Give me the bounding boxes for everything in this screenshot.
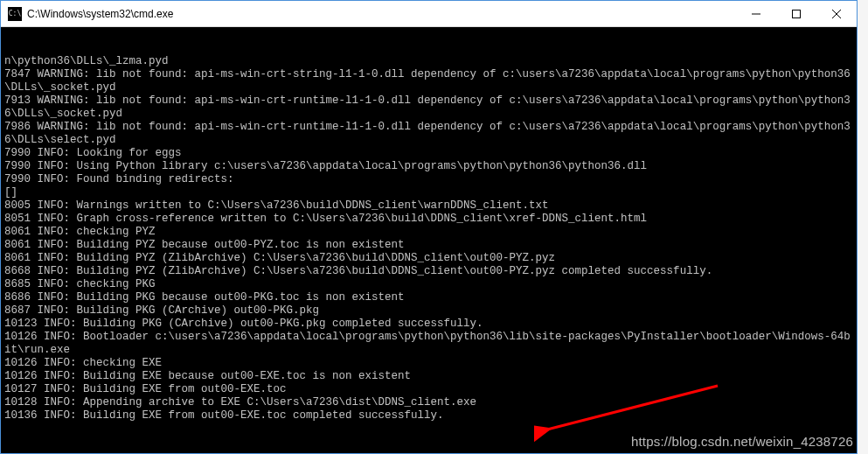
terminal-line: 10126 INFO: Building EXE because out00-E… [4, 370, 853, 383]
terminal-line: 10136 INFO: Building EXE from out00-EXE.… [4, 409, 853, 423]
titlebar[interactable]: C:\ C:\Windows\system32\cmd.exe [1, 1, 857, 27]
maximize-button[interactable] [776, 1, 816, 27]
watermark-text: https://blog.csdn.net/weixin_4238726 [631, 435, 853, 448]
terminal-line: 7990 INFO: Looking for eggs [4, 147, 853, 160]
terminal-line: 10128 INFO: Appending archive to EXE C:\… [4, 396, 853, 409]
close-button[interactable] [816, 1, 857, 27]
terminal-lines: n\python36\DLLs\_lzma.pyd7847 WARNING: l… [4, 55, 853, 436]
terminal-line [4, 423, 853, 436]
terminal-line: [] [4, 186, 853, 199]
terminal-line: 7913 WARNING: lib not found: api-ms-win-… [4, 94, 853, 121]
minimize-button[interactable] [736, 1, 776, 27]
terminal-line: 10126 INFO: checking EXE [4, 357, 853, 370]
terminal-line: 8061 INFO: Building PYZ (ZlibArchive) C:… [4, 252, 853, 265]
terminal-output[interactable]: n\python36\DLLs\_lzma.pyd7847 WARNING: l… [1, 27, 857, 453]
terminal-line: 8685 INFO: checking PKG [4, 278, 853, 291]
terminal-line: 8686 INFO: Building PKG because out00-PK… [4, 291, 853, 304]
cmd-icon: C:\ [8, 7, 22, 21]
terminal-line: 10126 INFO: Bootloader c:\users\a7236\ap… [4, 331, 853, 357]
terminal-line: 7847 WARNING: lib not found: api-ms-win-… [4, 68, 853, 94]
terminal-line: 8687 INFO: Building PKG (CArchive) out00… [4, 304, 853, 318]
terminal-line: 7990 INFO: Found binding redirects: [4, 173, 853, 186]
terminal-line: 7986 WARNING: lib not found: api-ms-win-… [4, 121, 853, 147]
external-sidebar-fragment [858, 0, 868, 454]
terminal-line: 10123 INFO: Building PKG (CArchive) out0… [4, 318, 853, 331]
terminal-line: 8061 INFO: checking PYZ [4, 226, 853, 239]
terminal-line: 8005 INFO: Warnings written to C:\Users\… [4, 199, 853, 213]
svg-rect-1 [793, 10, 801, 17]
window-title: C:\Windows\system32\cmd.exe [27, 8, 173, 20]
terminal-line: 8051 INFO: Graph cross-reference written… [4, 213, 853, 226]
terminal-line: 7990 INFO: Using Python library c:\users… [4, 160, 853, 173]
terminal-line: 8668 INFO: Building PYZ (ZlibArchive) C:… [4, 265, 853, 278]
terminal-line: n\python36\DLLs\_lzma.pyd [4, 55, 853, 68]
cmd-window: C:\ C:\Windows\system32\cmd.exe n\python… [0, 0, 858, 454]
terminal-line: 8061 INFO: Building PYZ because out00-PY… [4, 239, 853, 252]
terminal-line: 10127 INFO: Building EXE from out00-EXE.… [4, 383, 853, 396]
